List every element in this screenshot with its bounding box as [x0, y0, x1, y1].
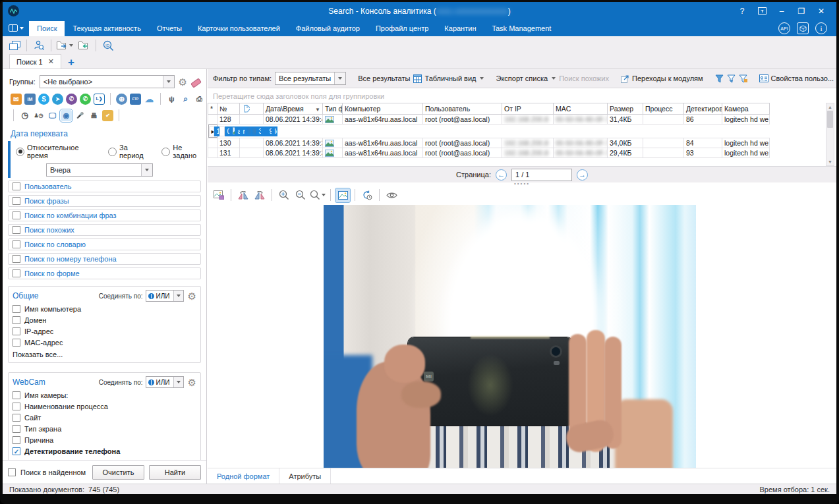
- cloud-icon[interactable]: ☁: [144, 94, 155, 105]
- skype-icon[interactable]: S: [38, 94, 49, 105]
- column-header-Размер[interactable]: Размер: [608, 103, 643, 115]
- printer-icon[interactable]: ⎙: [194, 94, 205, 105]
- common-item-2[interactable]: Домен: [13, 316, 196, 324]
- filter-add-icon[interactable]: [739, 74, 747, 83]
- cash-icon[interactable]: 🖶: [88, 110, 100, 121]
- date-mode-radio-3[interactable]: Не задано: [161, 144, 206, 159]
- ribbon-tab-4[interactable]: Карточки пользователей: [190, 21, 288, 36]
- close-tab-icon[interactable]: ✕: [48, 57, 54, 66]
- clear-button[interactable]: Очистить: [92, 465, 144, 480]
- webcam-settings-gear-icon[interactable]: ⚙: [188, 378, 196, 387]
- phone-detection-checkbox[interactable]: ✓ Детектирование телефона: [13, 447, 196, 455]
- next-page-button[interactable]: →: [577, 169, 588, 181]
- column-header-*[interactable]: *: [208, 103, 217, 115]
- scrollbar-thumb[interactable]: [827, 111, 833, 128]
- filter-clear-icon[interactable]: [727, 74, 736, 83]
- close-button[interactable]: ✕: [813, 5, 830, 18]
- search-criteria-box-3[interactable]: Поиск по комбинации фраз: [8, 210, 201, 221]
- ribbon-tab-5[interactable]: Файловый аудитор: [288, 21, 368, 36]
- column-header-От IP[interactable]: От IP: [502, 103, 554, 115]
- viber-icon[interactable]: ✆: [66, 94, 77, 105]
- lync-icon[interactable]: L❯: [94, 94, 105, 105]
- column-header-Дата\Время[interactable]: Дата\Время▼: [264, 103, 323, 115]
- api-icon[interactable]: API: [778, 22, 790, 34]
- column-header-Компьютер[interactable]: Компьютер: [343, 103, 423, 115]
- webcam-item-3[interactable]: Сайт: [13, 414, 196, 422]
- ribbon-tab-1[interactable]: Поиск: [29, 21, 65, 36]
- search-criteria-box-1[interactable]: Пользователь: [8, 181, 201, 192]
- rotate-left-icon[interactable]: [236, 188, 250, 202]
- filter-user-icon[interactable]: [715, 74, 724, 83]
- export-list-button[interactable]: Экспорт списка: [496, 74, 556, 82]
- search-criteria-box-5[interactable]: Поиск по словарю: [8, 238, 201, 250]
- scroll-down-icon[interactable]: ▼: [828, 158, 832, 165]
- user-properties-button[interactable]: Свойства пользо...: [759, 74, 834, 82]
- common-item-1[interactable]: Имя компьютера: [13, 305, 196, 313]
- view-eye-icon[interactable]: [384, 188, 399, 202]
- ftp-icon[interactable]: FTP: [130, 94, 141, 105]
- scroll-up-icon[interactable]: ▲: [828, 103, 832, 111]
- device-search-icon[interactable]: ⌕: [180, 94, 191, 105]
- column-header-tag[interactable]: [240, 103, 264, 115]
- common-settings-gear-icon[interactable]: ⚙: [188, 291, 196, 301]
- ribbon-tab-2[interactable]: Текущая активность: [65, 21, 148, 36]
- clear-groups-eraser-icon[interactable]: [190, 78, 202, 88]
- zoom-out-icon[interactable]: [293, 188, 308, 202]
- column-header-Процесс[interactable]: Процесс: [643, 103, 684, 115]
- usb-icon[interactable]: ψ: [166, 94, 177, 105]
- previous-page-button[interactable]: ←: [496, 169, 507, 181]
- ribbon-tab-3[interactable]: Отчеты: [149, 21, 190, 36]
- groups-select[interactable]: <Не выбрано>: [40, 75, 175, 88]
- column-header-Детектирова[interactable]: Детектирова: [684, 103, 722, 115]
- webcam-item-4[interactable]: Тип экрана: [13, 425, 196, 433]
- export-search-icon[interactable]: [55, 38, 74, 53]
- search-criteria-box-4[interactable]: Поиск похожих: [8, 224, 201, 236]
- column-header-MAC[interactable]: MAC: [554, 103, 608, 115]
- viewer-tab-2[interactable]: Атрибуты: [279, 468, 331, 484]
- date-mode-radio-1[interactable]: Относительное время: [16, 144, 99, 159]
- zoom-level-dropdown[interactable]: [310, 188, 326, 202]
- add-tab-button[interactable]: +: [68, 57, 74, 69]
- page-number-input[interactable]: 1 / 1: [511, 169, 572, 181]
- common-item-4[interactable]: MAC-адрес: [13, 339, 196, 347]
- folder-icon[interactable]: ✔: [102, 110, 113, 121]
- application-menu-button[interactable]: [3, 20, 29, 36]
- common-join-select[interactable]: ИЛИ: [146, 290, 184, 302]
- result-row-130[interactable]: 13008.06.2021 14:39:36aas-w81x64ru.aas.l…: [208, 138, 770, 148]
- column-header-Тип фа[interactable]: Тип фа: [323, 103, 343, 115]
- webcam-item-2[interactable]: Наименование процесса: [13, 403, 196, 410]
- package-icon[interactable]: [797, 22, 809, 34]
- all-results-button[interactable]: Все результаты: [358, 74, 410, 82]
- ribbon-tab-7[interactable]: Карантин: [436, 21, 484, 36]
- ribbon-tab-6[interactable]: Профайл центр: [368, 21, 436, 36]
- im-icon[interactable]: IM: [24, 94, 36, 105]
- result-row-128[interactable]: 12808.06.2021 14:39:41aas-w81x64ru.aas.l…: [208, 115, 770, 125]
- show-all-link[interactable]: Показать все...: [13, 350, 196, 358]
- webcam-icon-active[interactable]: ◉: [61, 110, 72, 121]
- http-icon[interactable]: ⊕: [116, 94, 127, 105]
- help-button[interactable]: ?: [734, 5, 751, 18]
- refresh-view-icon[interactable]: [360, 188, 374, 202]
- info-icon[interactable]: i: [815, 22, 827, 34]
- save-image-icon[interactable]: [212, 188, 226, 202]
- cascade-windows-icon[interactable]: [7, 38, 22, 53]
- splitter-handle[interactable]: •••••: [208, 182, 836, 186]
- webcam-item-5[interactable]: Причина: [13, 436, 196, 444]
- find-button[interactable]: Найти: [149, 465, 201, 480]
- filter-type-select[interactable]: Все результаты: [275, 72, 346, 85]
- webcam-join-select[interactable]: ИЛИ: [146, 376, 184, 388]
- date-mode-radio-2[interactable]: За период: [108, 144, 152, 159]
- zoom-in-icon[interactable]: [277, 188, 291, 202]
- relative-date-select[interactable]: Вчера: [46, 163, 153, 177]
- search-criteria-box-2[interactable]: Поиск фразы: [8, 195, 201, 207]
- column-header-№[interactable]: №: [217, 103, 240, 115]
- ribbon-tab-8[interactable]: Task Management: [484, 21, 559, 36]
- restore-button[interactable]: ❐: [793, 5, 810, 18]
- viewer-tab-1[interactable]: Родной формат: [208, 468, 279, 484]
- mic-icon[interactable]: 🎤: [74, 110, 86, 121]
- whatsapp-icon[interactable]: ✆: [80, 94, 91, 105]
- clock-icon[interactable]: ◷: [19, 110, 30, 121]
- search-criteria-box-6[interactable]: Поиск по номеру телефона: [8, 253, 201, 265]
- mail-icon[interactable]: ✉: [11, 94, 22, 105]
- user-search-icon[interactable]: [31, 38, 47, 53]
